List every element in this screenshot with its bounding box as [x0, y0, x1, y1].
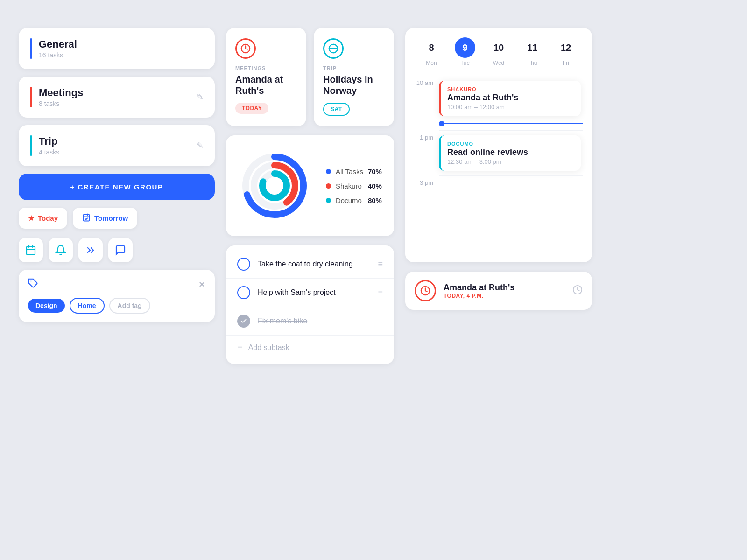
- filter-today-button[interactable]: ★ Today: [19, 208, 67, 229]
- cal-num-8: 8: [421, 37, 442, 58]
- reminder-clock-icon[interactable]: [572, 285, 583, 297]
- legend-label-shakuro: Shakuro: [336, 182, 363, 190]
- time-label-10am: 10 am: [415, 76, 439, 86]
- group-card-meetings[interactable]: Meetings 8 tasks ✎: [19, 77, 215, 118]
- tomorrow-calendar-icon: [82, 213, 91, 223]
- filter-today-label: Today: [38, 214, 58, 222]
- cal-num-11: 11: [522, 37, 543, 58]
- reminder-card[interactable]: Amanda at Ruth's TODAY, 4 P.M.: [405, 272, 592, 310]
- legend-label-documo: Documo: [336, 196, 363, 204]
- documo-time-range: 12:30 am – 3:00 pm: [447, 158, 574, 165]
- task-item-1[interactable]: Take the coat to dry cleaning ≡: [226, 250, 394, 279]
- cal-label-10: Wed: [493, 60, 504, 66]
- tag-design[interactable]: Design: [28, 299, 65, 313]
- tag-add[interactable]: Add tag: [109, 298, 150, 314]
- shakuro-event-name: Amanda at Ruth's: [447, 93, 574, 103]
- shakuro-time-range: 10:00 am – 12:00 am: [447, 104, 574, 111]
- chat-icon-btn[interactable]: [108, 238, 133, 262]
- group-accent-trip: [30, 135, 32, 156]
- task-circle-1[interactable]: [237, 258, 250, 271]
- schedule-timeline: 10 am SHAKURO Amanda at Ruth's 10:00 am …: [415, 76, 583, 253]
- right-column: 8 Mon 9 Tue 10 Wed 11 Thu 12 Fri: [405, 28, 592, 310]
- cal-label-11: Thu: [528, 60, 537, 66]
- cal-day-8[interactable]: 8 Mon: [421, 37, 442, 66]
- cal-label-9: Tue: [460, 60, 470, 66]
- task-circle-2[interactable]: [237, 286, 250, 299]
- trip-category: TRIP: [323, 65, 385, 71]
- documo-company-label: DOCUMO: [447, 141, 574, 147]
- group-card-general[interactable]: General 16 tasks: [19, 28, 215, 69]
- legend-dot-all: [326, 169, 331, 174]
- tag-home[interactable]: Home: [70, 298, 105, 314]
- time-block-3pm: 3 pm: [415, 175, 583, 186]
- legend-dot-documo: [326, 198, 331, 203]
- legend-pct-all: 70%: [368, 168, 382, 175]
- legend-pct-shakuro: 40%: [368, 182, 382, 190]
- calendar-icon-btn[interactable]: [19, 238, 43, 262]
- time-block-1pm: 1 pm DOCUMO Read online reviews 12:30 am…: [415, 130, 583, 171]
- now-dot: [439, 121, 444, 126]
- donut-chart-card: All Tasks 70% Shakuro 40% Documo 80%: [226, 135, 394, 236]
- slot-content-1pm: DOCUMO Read online reviews 12:30 am – 3:…: [439, 130, 583, 171]
- reminder-name: Amanda at Ruth's: [444, 283, 565, 293]
- reminder-icon: [415, 280, 436, 301]
- add-plus-icon: +: [237, 342, 243, 353]
- task-item-2[interactable]: Help with Sam's project ≡: [226, 279, 394, 307]
- chart-legend: All Tasks 70% Shakuro 40% Documo 80%: [326, 168, 382, 204]
- meetings-category: MEETINGS: [235, 65, 297, 71]
- icon-row: [19, 238, 215, 262]
- add-subtask-label: Add subtask: [248, 343, 289, 352]
- group-tasks-meetings: 8 tasks: [39, 100, 83, 107]
- task-menu-2[interactable]: ≡: [378, 288, 383, 298]
- meetings-badge: TODAY: [235, 103, 268, 114]
- group-accent-meetings: [30, 87, 32, 107]
- group-name-meetings: Meetings: [39, 87, 83, 99]
- bell-icon-btn[interactable]: [49, 238, 73, 262]
- cal-num-9: 9: [455, 37, 475, 58]
- meetings-event-icon: [235, 38, 256, 59]
- event-card-trip[interactable]: TRIP Holidays in Norway SAT: [314, 28, 394, 126]
- filter-tomorrow-button[interactable]: Tomorrow: [73, 208, 137, 229]
- cal-label-12: Fri: [563, 60, 569, 66]
- now-indicator: [415, 121, 583, 126]
- meetings-title: Amanda at Ruth's: [235, 74, 297, 96]
- forward-icon-btn[interactable]: [78, 238, 103, 262]
- today-star-icon: ★: [28, 214, 34, 223]
- group-accent-general: [30, 38, 32, 59]
- time-label-3pm: 3 pm: [415, 175, 439, 186]
- trip-badge: SAT: [323, 103, 350, 116]
- create-group-button[interactable]: + CREATE NEW GROUP: [19, 174, 215, 200]
- documo-event-name: Read online reviews: [447, 147, 574, 157]
- edit-icon-trip[interactable]: ✎: [197, 140, 204, 151]
- app-container: General 16 tasks Meetings 8 tasks ✎ Trip: [0, 0, 747, 560]
- legend-label-all: All Tasks: [336, 168, 363, 175]
- legend-all-tasks: All Tasks 70%: [326, 168, 382, 175]
- svg-rect-0: [83, 215, 90, 221]
- cal-num-12: 12: [556, 37, 576, 58]
- legend-dot-shakuro: [326, 183, 331, 189]
- cal-day-10[interactable]: 10 Wed: [488, 37, 509, 66]
- event-documo[interactable]: DOCUMO Read online reviews 12:30 am – 3:…: [439, 135, 581, 171]
- cal-day-12[interactable]: 12 Fri: [556, 37, 576, 66]
- cal-num-10: 10: [488, 37, 509, 58]
- tag-icon: [28, 278, 38, 291]
- event-cards-row: MEETINGS Amanda at Ruth's TODAY TRIP Hol…: [226, 28, 394, 126]
- event-shakuro[interactable]: SHAKURO Amanda at Ruth's 10:00 am – 12:0…: [439, 81, 581, 116]
- event-card-meetings[interactable]: MEETINGS Amanda at Ruth's TODAY: [226, 28, 306, 126]
- reminder-time: TODAY, 4 P.M.: [444, 293, 565, 299]
- group-tasks-general: 16 tasks: [39, 51, 77, 59]
- task-circle-3-done: [237, 315, 250, 328]
- trip-title: Holidays in Norway: [323, 74, 385, 96]
- calendar-days: 8 Mon 9 Tue 10 Wed 11 Thu 12 Fri: [415, 37, 583, 66]
- time-label-1pm: 1 pm: [415, 130, 439, 141]
- group-card-trip[interactable]: Trip 4 tasks ✎: [19, 125, 215, 166]
- cal-day-11[interactable]: 11 Thu: [522, 37, 543, 66]
- cal-day-9[interactable]: 9 Tue: [455, 37, 475, 66]
- edit-icon-meetings[interactable]: ✎: [197, 92, 204, 102]
- close-icon[interactable]: ✕: [198, 280, 205, 290]
- quick-filters: ★ Today Tomorrow: [19, 208, 215, 229]
- task-menu-1[interactable]: ≡: [378, 259, 383, 269]
- add-subtask-btn[interactable]: + Add subtask: [226, 336, 394, 359]
- legend-shakuro: Shakuro 40%: [326, 182, 382, 190]
- tags-row: Design Home Add tag: [28, 298, 205, 314]
